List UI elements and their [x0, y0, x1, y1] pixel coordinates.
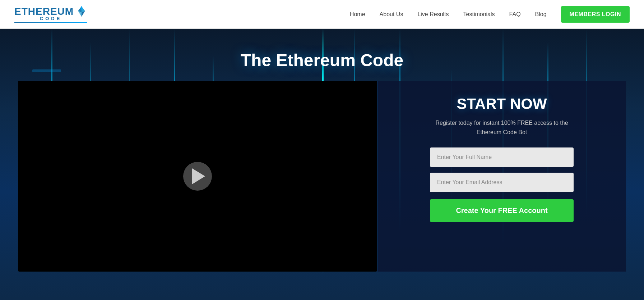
members-login-button[interactable]: MEMBERS LOGIN [561, 6, 630, 23]
nav-item-about[interactable]: About Us [380, 11, 403, 18]
hero-content: START NOW Register today for instant 100… [0, 81, 644, 272]
email-input[interactable] [430, 173, 574, 192]
hero-title-area: The Ethereum Code [0, 29, 644, 81]
create-account-button[interactable]: Create Your FREE Account [430, 199, 574, 222]
nav-item-faq[interactable]: FAQ [509, 11, 521, 18]
signup-description: Register today for instant 100% FREE acc… [434, 118, 570, 137]
site-header: ETHEREUM CODE Home About Us Live Results… [0, 0, 644, 29]
ethereum-logo-icon [76, 6, 87, 17]
video-player[interactable] [18, 81, 377, 272]
play-icon [192, 168, 205, 184]
signup-panel: START NOW Register today for instant 100… [377, 81, 626, 272]
play-button[interactable] [183, 162, 212, 191]
logo-code-text: CODE [40, 16, 62, 21]
signup-heading: START NOW [457, 95, 547, 113]
hero-heading: The Ethereum Code [0, 50, 644, 70]
full-name-input[interactable] [430, 147, 574, 167]
nav-item-home[interactable]: Home [350, 11, 365, 18]
logo: ETHEREUM CODE [14, 6, 87, 23]
main-nav: Home About Us Live Results Testimonials … [350, 6, 630, 23]
hero-section: The Ethereum Code START NOW Register tod… [0, 29, 644, 300]
nav-item-testimonials[interactable]: Testimonials [463, 11, 495, 18]
nav-item-blog[interactable]: Blog [535, 11, 547, 18]
nav-item-live-results[interactable]: Live Results [417, 11, 449, 18]
logo-underline [14, 22, 87, 23]
